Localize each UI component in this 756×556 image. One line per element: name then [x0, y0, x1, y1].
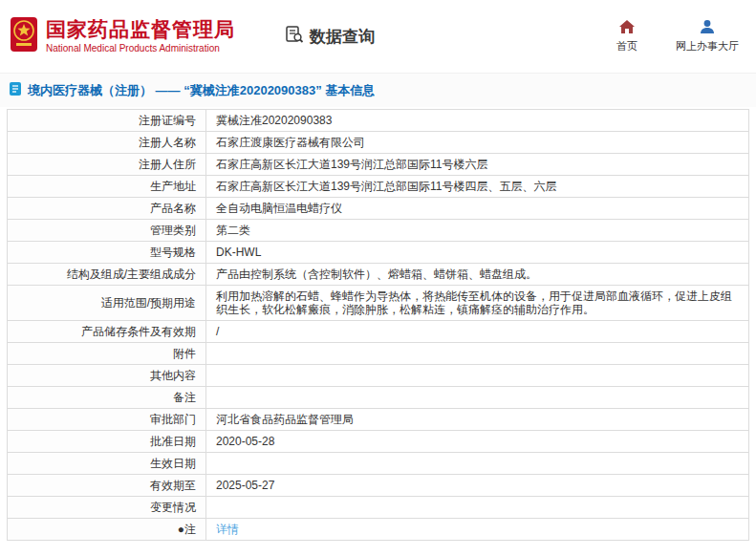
- table-row: 产品名称全自动电脑恒温电蜡疗仪: [8, 198, 749, 220]
- table-row: 生效日期: [8, 453, 749, 475]
- table-row: 管理类别第二类: [8, 220, 749, 242]
- field-label: 备注: [8, 387, 206, 409]
- table-row: 生产地址石家庄高新区长江大道139号润江总部国际11号楼四层、五层、六层: [8, 176, 749, 198]
- page-header: 国家药品监督管理局 National Medical Products Admi…: [0, 0, 756, 73]
- field-value: 2025-05-27: [206, 475, 749, 497]
- field-label: 批准日期: [8, 431, 206, 453]
- table-row: 注册人名称石家庄渡康医疗器械有限公司: [8, 132, 749, 154]
- table-row: 备注: [8, 387, 749, 409]
- org-name-cn: 国家药品监督管理局: [46, 18, 235, 41]
- field-label: 生产地址: [8, 176, 206, 198]
- table-row: 注册证编号冀械注准20202090383: [8, 110, 749, 132]
- field-label: 产品名称: [8, 198, 206, 220]
- field-value: 石家庄高新区长江大道139号润江总部国际11号楼六层: [206, 154, 749, 176]
- field-label: 适用范围/预期用途: [8, 286, 206, 321]
- nav-service-hall-label: 网上办事大厅: [676, 39, 739, 53]
- table-row: 其他内容: [8, 365, 749, 387]
- field-label: 产品储存条件及有效期: [8, 321, 206, 343]
- field-value: 第二类: [206, 220, 749, 242]
- field-value: 利用加热溶解的石蜡、蜂蜡作为导热体，将热能传至机体的设备，用于促进局部血液循环，…: [206, 286, 749, 321]
- field-label: 型号规格: [8, 242, 206, 264]
- field-value: 全自动电脑恒温电蜡疗仪: [206, 198, 749, 220]
- field-value: 2020-05-28: [206, 431, 749, 453]
- document-icon: [9, 81, 22, 100]
- table-row: 批准日期2020-05-28: [8, 431, 749, 453]
- table-row: 型号规格DK-HWL: [8, 242, 749, 264]
- field-label: 注册人住所: [8, 154, 206, 176]
- field-value: [206, 365, 749, 387]
- field-value: 石家庄高新区长江大道139号润江总部国际11号楼四层、五层、六层: [206, 176, 749, 198]
- field-label: 管理类别: [8, 220, 206, 242]
- detail-link[interactable]: 详情: [216, 523, 239, 536]
- field-label: ●注: [8, 519, 206, 541]
- field-label: 生效日期: [8, 453, 206, 475]
- home-icon: [618, 19, 636, 36]
- field-value: 产品由控制系统（含控制软件）、熔蜡箱、蜡饼箱、蜡盘组成。: [206, 264, 749, 286]
- field-label: 附件: [8, 343, 206, 365]
- table-row: 变更情况: [8, 497, 749, 519]
- field-label: 其他内容: [8, 365, 206, 387]
- field-value: 冀械注准20202090383: [206, 110, 749, 132]
- field-value: [206, 343, 749, 365]
- breadcrumb: 境内医疗器械（注册） —— “冀械注准20202090383” 基本信息: [0, 73, 756, 107]
- field-label: 有效期至: [8, 475, 206, 497]
- document-search-icon: [285, 25, 304, 49]
- table-row: 产品储存条件及有效期/: [8, 321, 749, 343]
- field-value: /: [206, 321, 749, 343]
- nav-home-label: 首页: [616, 39, 637, 53]
- field-label: 审批部门: [8, 409, 206, 431]
- header-nav: 首页 网上办事大厅: [616, 19, 739, 53]
- nav-home[interactable]: 首页: [616, 19, 637, 53]
- table-row: 审批部门河北省食品药品监督管理局: [8, 409, 749, 431]
- info-table-wrap: 注册证编号冀械注准20202090383注册人名称石家庄渡康医疗器械有限公司注册…: [0, 107, 756, 541]
- registration-info-table: 注册证编号冀械注准20202090383注册人名称石家庄渡康医疗器械有限公司注册…: [7, 109, 749, 541]
- org-name-block: 国家药品监督管理局 National Medical Products Admi…: [46, 18, 235, 54]
- field-value: DK-HWL: [206, 242, 749, 264]
- info-table-body: 注册证编号冀械注准20202090383注册人名称石家庄渡康医疗器械有限公司注册…: [8, 110, 749, 541]
- field-value: [206, 453, 749, 475]
- person-icon: [699, 19, 716, 36]
- table-row: 附件: [8, 343, 749, 365]
- site-logo[interactable]: 国家药品监督管理局 National Medical Products Admi…: [10, 15, 235, 57]
- table-row: 有效期至2025-05-27: [8, 475, 749, 497]
- field-label: 结构及组成/主要组成成分: [8, 264, 206, 286]
- field-label: 注册人名称: [8, 132, 206, 154]
- table-row: ●注详情: [8, 519, 749, 541]
- national-emblem-icon: [10, 15, 38, 57]
- table-row: 注册人住所石家庄高新区长江大道139号润江总部国际11号楼六层: [8, 154, 749, 176]
- data-query-label: 数据查询: [310, 26, 375, 48]
- page-title: 境内医疗器械（注册） —— “冀械注准20202090383” 基本信息: [28, 82, 375, 99]
- org-name-en: National Medical Products Administration: [46, 43, 235, 54]
- field-value: 河北省食品药品监督管理局: [206, 409, 749, 431]
- field-label: 变更情况: [8, 497, 206, 519]
- field-value: [206, 497, 749, 519]
- field-value: 石家庄渡康医疗器械有限公司: [206, 132, 749, 154]
- nav-service-hall[interactable]: 网上办事大厅: [676, 19, 739, 53]
- table-row: 结构及组成/主要组成成分产品由控制系统（含控制软件）、熔蜡箱、蜡饼箱、蜡盘组成。: [8, 264, 749, 286]
- field-value: [206, 387, 749, 409]
- field-value: 详情: [206, 519, 749, 541]
- field-label: 注册证编号: [8, 110, 206, 132]
- table-row: 适用范围/预期用途利用加热溶解的石蜡、蜂蜡作为导热体，将热能传至机体的设备，用于…: [8, 286, 749, 321]
- data-query-tab[interactable]: 数据查询: [285, 25, 375, 49]
